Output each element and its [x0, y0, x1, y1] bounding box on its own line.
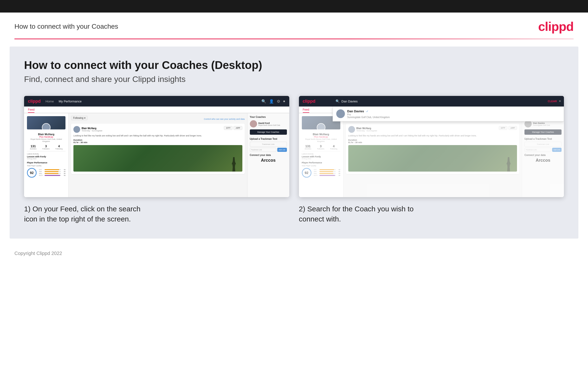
bar-label-putt: PUTT	[39, 175, 44, 176]
search-icon-overlay: 🔍	[335, 99, 340, 103]
settings-icon-1[interactable]: ⚙	[277, 99, 280, 104]
header: How to connect with your Coaches clippd	[0, 12, 588, 38]
bar-putt-2: PUTT 96	[314, 175, 340, 176]
profile-info-2: Blair McHarg Plus Handicap Royal North D…	[302, 133, 340, 142]
perf-sub-2: Total Player Quality	[302, 165, 340, 166]
screenshot-frame-2: clippd Home My Performance Feed	[299, 96, 564, 197]
bar-fill-app	[44, 171, 59, 172]
bar-arg-2: ARG 86	[314, 173, 340, 174]
activity-title-1: Lesson with Fordy	[27, 156, 65, 158]
coach-info-1: David Ford Royal North Devon Golf Club	[258, 122, 280, 126]
stat-num-activities-2: 131	[305, 144, 311, 148]
close-icon[interactable]: ×	[559, 99, 561, 103]
post-btn-app-1[interactable]: APP	[233, 126, 242, 130]
profile-name-2: Blair McHarg	[302, 133, 340, 136]
user-icon-1[interactable]: 👤	[269, 99, 274, 104]
clear-button[interactable]: CLEAR	[548, 100, 557, 103]
latest-activity-2: Latest Activity	[302, 153, 340, 155]
profile-handicap-1: Plus Handicap	[27, 136, 65, 138]
stat-activities-1: 131 Activities	[30, 144, 37, 150]
coach-name-1: David Ford	[258, 122, 280, 124]
following-button-1[interactable]: Following ▾	[71, 116, 88, 120]
add-link-button-1[interactable]: Add Link	[277, 148, 287, 152]
main-content: How to connect with your Coaches (Deskto…	[10, 46, 578, 239]
post-author-2: Blair McHarg Yesterday · Sunningdale	[348, 126, 377, 133]
coach-name-search-result: Dan Davies	[533, 122, 550, 124]
bar-fill-putt	[44, 175, 60, 176]
search-result-name-row: Dan Davies ✓	[347, 109, 390, 113]
bar-fill-arg	[44, 173, 59, 174]
right-panel-1: Your Coaches David Ford Royal North Devo…	[247, 113, 289, 197]
stat-num-followers-2: 3	[317, 144, 325, 148]
stat-label-activities-1: Activities	[30, 148, 37, 150]
nav-home-1[interactable]: Home	[45, 100, 54, 103]
post-author-name-1: Blair McHarg	[82, 127, 102, 130]
post-image-2	[348, 145, 517, 172]
upload-title-1: Upload a Trackman Test	[250, 138, 287, 140]
profile-club-1: Royal North Devon Golf Club, United King…	[27, 138, 65, 142]
mid-panel-2: Following ▾ Control who can see your act…	[343, 113, 522, 197]
post-author-info-1: Blair McHarg Yesterday · Sunningdale	[82, 127, 102, 132]
verified-icon: ✓	[366, 110, 369, 113]
duration-value-1: 01 hr : 30 min	[73, 141, 87, 144]
profile-club-2: Royal North Devon Golf Club, United King…	[302, 138, 340, 142]
activity-title-2: Lesson with Fordy	[302, 156, 340, 158]
feed-tab-label-1[interactable]: Feed	[28, 108, 35, 113]
clippd-logo: clippd	[538, 19, 574, 34]
bar-label-arg: ARG	[39, 173, 44, 174]
score-circle-2: 92	[302, 168, 311, 178]
feed-tab-1: Feed	[24, 107, 289, 113]
arccos-logo-1: Arccos	[250, 158, 287, 163]
post-duration-1: Duration 01 hr : 30 min	[73, 139, 242, 144]
caption-line1-2: 2) Search for the Coach you wish to	[299, 205, 414, 213]
post-card-1: Blair McHarg Yesterday · Sunningdale OTT…	[71, 124, 245, 174]
caption-block-1: 1) On your Feed, click on the search ico…	[24, 204, 289, 224]
search-result-name-1: Dan Davies	[347, 110, 364, 113]
search-result-avatar-1	[336, 110, 345, 118]
player-perf-title-1: Player Performance	[27, 161, 65, 164]
stats-row-1: 131 Activities 3 Followers 4 Following	[27, 144, 65, 150]
activity-date-2: 03 Aug 2022	[302, 158, 340, 159]
app-body-1: Blair McHarg Plus Handicap Royal North D…	[24, 113, 289, 197]
score-circle-wrap-2: 92 OTT 90 APP 85	[302, 168, 340, 178]
score-bars-2: OTT 90 APP 85 ARG	[314, 169, 340, 177]
coach-club-1: Royal North Devon Golf Club	[258, 124, 280, 126]
trackman-placeholder-2: Trackman Link	[525, 142, 562, 147]
post-btn-ott-1[interactable]: OTT	[224, 126, 233, 130]
bar-app-2: APP 85	[314, 171, 340, 172]
left-panel-1: Blair McHarg Plus Handicap Royal North D…	[24, 113, 69, 197]
latest-activity-label-1: Latest Activity	[27, 153, 65, 155]
search-query[interactable]: Dan Davies	[342, 100, 546, 103]
bar-label-ott: OTT	[39, 169, 44, 170]
avatar-icon-1[interactable]: ●	[283, 99, 285, 103]
screenshots-row: clippd Home My Performance 🔍 👤 ⚙ ● Feed	[24, 96, 564, 224]
right-panel-2: Your Coaches Dan Davies Sunningdale Golf…	[522, 113, 564, 197]
bar-val-app: 85	[61, 171, 65, 172]
trackman-row-1: Trackman Link Add Link	[250, 148, 287, 152]
upload-title-2: Upload a Trackman Test	[525, 138, 562, 140]
post-card-2: Blair McHarg Yesterday · Sunningdale OTT…	[346, 124, 520, 174]
coach-item-1: David Ford Royal North Devon Golf Club	[250, 120, 287, 128]
stats-row-2: 131 Activities 3 Followers 4 Following	[302, 144, 340, 150]
profile-info-1: Blair McHarg Plus Handicap Royal North D…	[27, 133, 65, 142]
connect-title-2: Connect your data	[525, 154, 562, 156]
bar-arg-1: ARG 86	[39, 173, 65, 174]
stat-label-following-2: Following	[330, 148, 337, 150]
manage-coaches-button-1[interactable]: Manage Your Coaches	[250, 129, 287, 135]
search-result-item-1[interactable]: Dan Davies ✓ Pro Sunningdale Golf Club, …	[333, 107, 564, 121]
profile-name-1: Blair McHarg	[27, 133, 65, 136]
activity-date-1: 03 Aug 2022	[27, 158, 65, 159]
feed-tab-label-2: Feed	[303, 108, 309, 113]
search-result-club-1: Sunningdale Golf Club, United Kingdom	[347, 116, 390, 119]
nav-myperformance-1[interactable]: My Performance	[59, 100, 82, 103]
coaches-title-1: Your Coaches	[250, 116, 287, 118]
search-icon-1[interactable]: 🔍	[261, 99, 266, 104]
screenshot-frame-1: clippd Home My Performance 🔍 👤 ⚙ ● Feed	[24, 96, 289, 197]
profile-banner-1	[27, 116, 65, 129]
screenshot-block-1: clippd Home My Performance 🔍 👤 ⚙ ● Feed	[24, 96, 289, 224]
stat-activities-2: 131 Activities	[305, 144, 311, 150]
control-link-1[interactable]: Control who can see your activity and da…	[204, 118, 245, 120]
caption-line2-1: icon in the top right of the screen.	[24, 215, 131, 223]
player-perf-title-2: Player Performance	[302, 161, 340, 164]
trackman-field-1[interactable]: Trackman Link	[250, 148, 277, 152]
